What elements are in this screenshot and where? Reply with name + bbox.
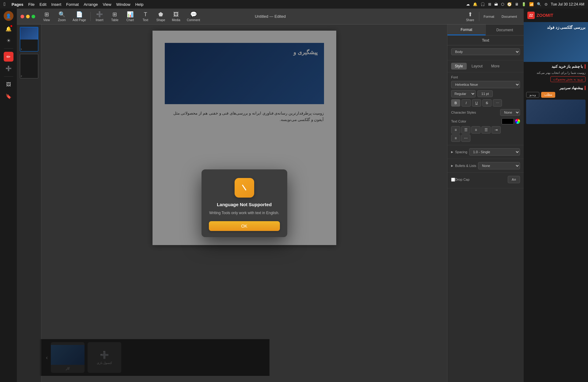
menu-format[interactable]: Format [66, 2, 79, 7]
font-size-input[interactable] [477, 90, 493, 97]
indent-btn[interactable]: ⇥ [492, 126, 501, 134]
color-picker-icon[interactable] [515, 119, 520, 124]
more-indent-btn[interactable]: ⋯ [461, 134, 470, 142]
menu-edit[interactable]: Edit [40, 2, 46, 7]
spacing-section-header[interactable]: ▶ Spacing 1.0 - Single [451, 148, 520, 156]
window-minimize-btn[interactable] [26, 15, 30, 18]
window-maximize-btn[interactable] [32, 15, 35, 18]
sidebar-add-icon[interactable]: ➕ [4, 63, 13, 73]
cloud-icon: ☁ [466, 2, 470, 6]
modal-dialog: / Language Not Supported Writing Tools o… [202, 169, 287, 237]
text-color-swatch[interactable] [502, 118, 514, 124]
menu-insert[interactable]: Insert [51, 2, 62, 7]
modal-message: Writing Tools only work with text in Eng… [209, 210, 279, 216]
mountain-icon: 🏔 [494, 2, 498, 6]
style-tab-style[interactable]: Style [451, 63, 467, 70]
zoomit-video-btn[interactable]: ویدیو [526, 92, 539, 98]
sidebar-brightness-icon[interactable]: ☀ [4, 36, 13, 45]
strikethrough-button[interactable]: S [482, 99, 492, 107]
zoomit-sidebar: ZZ ZOOMIT بررسی گلکسی زد فولد با چشم باز… [524, 9, 588, 382]
menu-file[interactable]: File [28, 2, 35, 7]
font-section: Font Helvetica Neue Regular B I U S [447, 72, 524, 145]
bullets-section: ▶ Bullets & Lists None [447, 159, 524, 173]
drop-cap-checkbox[interactable] [451, 178, 455, 182]
comment-icon: 💬 [190, 11, 197, 18]
user-avatar[interactable]: 👤 [4, 11, 13, 21]
align-justify-btn[interactable]: ☰ [481, 126, 491, 134]
toolbar-shape-btn[interactable]: ⬟ Shape [153, 10, 168, 23]
sidebar-image-icon[interactable]: 🖼 [4, 80, 13, 89]
tab-document[interactable]: Document [486, 25, 524, 35]
zoomit-hero-banner: بررسی گلکسی زد فولد [524, 22, 588, 62]
alignment-row: ≡ ☰ ≡ ☰ ⇥ [451, 126, 520, 134]
toolbar-media-btn[interactable]: 🖼 Media [168, 10, 184, 23]
style-tab-layout[interactable]: Layout [468, 63, 486, 70]
align-center-btn[interactable]: ☰ [461, 126, 470, 134]
sidebar-edit-icon[interactable]: ✏ [4, 52, 13, 62]
left-sidebar: 👤 🔔 ☀ ✏ ➕ 🖼 🔖 [0, 9, 17, 382]
clock-display: Tue Jul 30 12:24 AM [551, 2, 584, 6]
bullets-section-header[interactable]: ▶ Bullets & Lists None [451, 162, 520, 169]
search-icon[interactable]: 🔍 [537, 2, 541, 6]
toolbar-insert-btn[interactable]: ➕ Insert [92, 10, 107, 23]
alignment-row-2: ≡ ⋯ [451, 134, 520, 142]
toolbar-chart-btn[interactable]: 📊 Chart [123, 10, 138, 23]
menu-arrange[interactable]: Arrange [84, 2, 98, 7]
align-left-btn[interactable]: ≡ [451, 126, 460, 134]
control-center-icon[interactable]: ⊙ [545, 2, 548, 6]
zoomit-hero-title: بررسی گلکسی زد فولد [547, 25, 586, 30]
style-selector-section: Body [447, 45, 524, 60]
toolbar-add-page-btn[interactable]: 📄 Add Page [70, 10, 89, 23]
toolbar-document-btn[interactable]: Document [499, 13, 520, 20]
toolbar-comment-btn[interactable]: 💬 Comment [184, 10, 203, 23]
thumb-number-1: 1 [21, 48, 22, 51]
menu-view[interactable]: View [103, 2, 111, 7]
drop-cap-section: Drop Cap A≡ [447, 173, 524, 188]
page-thumbnails-panel: 1 2 [17, 25, 41, 382]
toolbar-share-btn[interactable]: ⬆ Share [462, 10, 478, 23]
font-family-select[interactable]: Helvetica Neue [451, 81, 520, 88]
notification-icon[interactable]: 🔔 [473, 2, 477, 6]
more-text-format-btn[interactable]: ⋯ [493, 99, 502, 107]
zoomit-logo: ZZ ZOOMIT [524, 9, 588, 22]
zoom-icon: 🔍 [58, 11, 65, 18]
tab-format[interactable]: Format [447, 25, 486, 35]
bold-button[interactable]: B [451, 99, 460, 107]
battery-icon: 🔋 [522, 2, 526, 6]
toolbar-table-btn[interactable]: ⊞ Table [107, 10, 123, 23]
page-thumbnail-2[interactable]: 2 [20, 54, 38, 78]
zoomit-article-btn[interactable]: مطلب [541, 92, 555, 98]
toolbar-right: ⬆ Share Format Document [462, 10, 520, 23]
thumb-number-2: 2 [21, 75, 22, 78]
toolbar-view-btn[interactable]: ⊞ View [39, 10, 54, 23]
drop-cap-style-btn[interactable]: A≡ [508, 176, 520, 183]
toolbar-zoom-btn[interactable]: 🔍 Zoom [54, 10, 70, 23]
zoomit-enter-button[interactable]: ورود به بخش محصولات [550, 76, 586, 82]
menu-help[interactable]: Help [135, 2, 144, 7]
sidebar-bookmark-icon[interactable]: 🔖 [4, 91, 13, 101]
toolbar-text-btn[interactable]: T Text [138, 10, 153, 23]
page-thumbnail-1[interactable]: 1 [20, 27, 38, 51]
pages-main: 1 2 پیشگیری و زومیت پرطرفدارترین رسانه‌ی… [17, 25, 524, 382]
style-tab-more[interactable]: More [488, 63, 503, 70]
menu-window[interactable]: Window [116, 2, 130, 7]
italic-button[interactable]: I [462, 99, 471, 107]
toolbar-format-btn[interactable]: Format [481, 13, 497, 20]
zoomit-section1-title: با چشم باز خرید کنید [526, 64, 586, 69]
bullets-select[interactable]: None [478, 162, 520, 169]
pages-canvas-area[interactable]: پیشگیری و زومیت پرطرفدارترین رسانه‌ی فنا… [41, 25, 447, 382]
apple-menu-icon[interactable]:  [4, 2, 6, 7]
character-styles-select[interactable]: None [500, 109, 520, 116]
outdent-btn[interactable]: ≡ [451, 134, 460, 142]
underline-button[interactable]: U [472, 99, 481, 107]
spacing-select[interactable]: 1.0 - Single [469, 148, 520, 156]
body-style-select[interactable]: Body [451, 48, 520, 55]
align-right-btn[interactable]: ≡ [471, 126, 481, 134]
sidebar-notification-icon[interactable]: 🔔 [4, 24, 13, 34]
font-weight-select[interactable]: Regular [451, 90, 476, 97]
character-styles-row: Character Styles None [451, 109, 520, 116]
modal-ok-button[interactable]: OK [209, 221, 280, 231]
window-close-btn[interactable] [21, 15, 24, 18]
insert-icon: ➕ [96, 11, 103, 18]
app-menu-pages[interactable]: Pages [12, 2, 23, 7]
